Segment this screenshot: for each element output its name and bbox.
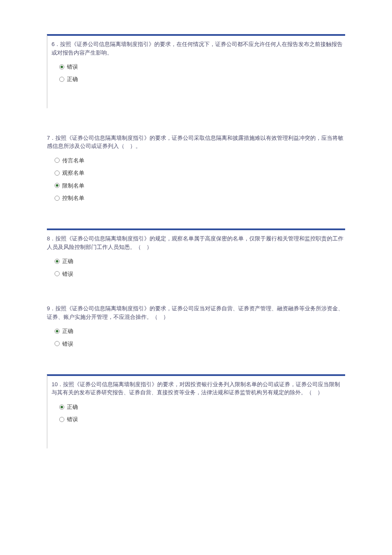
question-text: 9．按照《证券公司信息隔离墙制度指引》的要求，证券公司应当对证券自营、证券资产管… xyxy=(47,304,345,321)
option-label: 正确 xyxy=(62,256,73,266)
radio-icon[interactable] xyxy=(55,158,60,163)
option-label: 错误 xyxy=(67,414,78,424)
radio-icon[interactable] xyxy=(55,259,60,264)
options-group: 传言名单观察名单限制名单控制名单 xyxy=(47,156,345,203)
options-group: 错误正确 xyxy=(52,62,345,84)
radio-icon[interactable] xyxy=(55,196,60,201)
option-row[interactable]: 正确 xyxy=(55,326,345,336)
option-label: 正确 xyxy=(62,326,73,336)
option-row[interactable]: 错误 xyxy=(59,414,345,424)
option-label: 观察名单 xyxy=(62,168,84,178)
radio-icon[interactable] xyxy=(59,405,64,410)
option-label: 限制名单 xyxy=(62,181,84,191)
radio-icon[interactable] xyxy=(55,341,60,346)
option-row[interactable]: 错误 xyxy=(55,339,345,349)
option-row[interactable]: 错误 xyxy=(59,62,345,72)
option-row[interactable]: 传言名单 xyxy=(55,156,345,165)
radio-icon[interactable] xyxy=(59,77,64,82)
question-block: 8．按照《证券公司信息隔离墙制度指引》的规定，观察名单属于高度保密的名单，仅限于… xyxy=(47,228,345,279)
options-group: 正确错误 xyxy=(47,326,345,349)
option-row[interactable]: 控制名单 xyxy=(55,193,345,203)
radio-icon[interactable] xyxy=(59,417,64,422)
option-row[interactable]: 观察名单 xyxy=(55,168,345,178)
option-label: 正确 xyxy=(67,402,78,412)
question-text: 8．按照《证券公司信息隔离墙制度指引》的规定，观察名单属于高度保密的名单，仅限于… xyxy=(47,234,345,251)
option-row[interactable]: 正确 xyxy=(59,402,345,412)
option-row[interactable]: 正确 xyxy=(59,74,345,84)
radio-icon[interactable] xyxy=(55,183,60,188)
question-text: 10．按照《证券公司信息隔离墙制度指引》的要求，对因投资银行业务列入限制名单的公… xyxy=(52,380,345,397)
option-label: 正确 xyxy=(67,74,78,84)
option-label: 错误 xyxy=(62,269,73,279)
option-row[interactable]: 错误 xyxy=(55,269,345,279)
radio-icon[interactable] xyxy=(55,271,60,276)
option-label: 错误 xyxy=(67,62,78,72)
option-label: 错误 xyxy=(62,339,73,349)
options-group: 正确错误 xyxy=(52,402,345,425)
option-row[interactable]: 正确 xyxy=(55,256,345,266)
radio-icon[interactable] xyxy=(55,329,60,334)
question-text: 7．按照《证券公司信息隔离墙制度指引》的要求，证券公司采取信息隔离和披露措施难以… xyxy=(47,134,345,150)
question-block: 6．按照《证券公司信息隔离墙制度指引》的要求，在任何情况下，证券公司都不应允许任… xyxy=(47,34,345,108)
question-block: 7．按照《证券公司信息隔离墙制度指引》的要求，证券公司采取信息隔离和披露措施难以… xyxy=(47,134,345,203)
question-block: 10．按照《证券公司信息隔离墙制度指引》的要求，对因投资银行业务列入限制名单的公… xyxy=(47,374,345,448)
radio-icon[interactable] xyxy=(59,64,64,69)
option-label: 控制名单 xyxy=(62,193,84,203)
option-label: 传言名单 xyxy=(62,156,84,165)
question-block: 9．按照《证券公司信息隔离墙制度指引》的要求，证券公司应当对证券自营、证券资产管… xyxy=(47,304,345,349)
question-text: 6．按照《证券公司信息隔离墙制度指引》的要求，在任何情况下，证券公司都不应允许任… xyxy=(52,40,345,57)
options-group: 正确错误 xyxy=(47,256,345,279)
radio-icon[interactable] xyxy=(55,171,60,176)
option-row[interactable]: 限制名单 xyxy=(55,181,345,191)
